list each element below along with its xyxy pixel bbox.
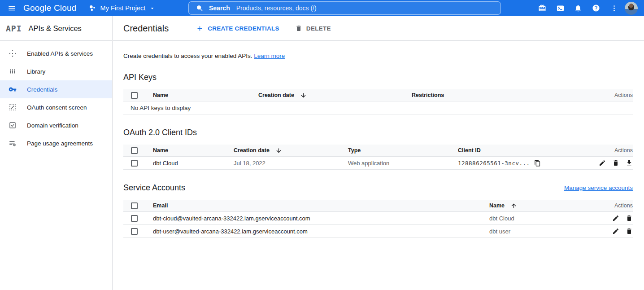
row-checkbox-cell — [123, 160, 153, 167]
select-all-checkbox[interactable] — [131, 202, 138, 209]
column-header-type[interactable]: Type — [348, 147, 458, 154]
delete-icon[interactable] — [625, 215, 633, 222]
search-label: Search — [209, 4, 230, 12]
edit-icon[interactable] — [612, 228, 619, 235]
sidebar-item-enabled-apis[interactable]: Enabled APIs & services — [0, 44, 112, 62]
delete-icon[interactable] — [625, 228, 633, 235]
header-checkbox-cell — [123, 147, 153, 154]
delete-icon[interactable] — [612, 159, 619, 167]
copy-icon[interactable] — [534, 160, 541, 167]
page-title: Credentials — [123, 23, 169, 34]
sidebar: API APIs & Services Enabled APIs & servi… — [0, 16, 113, 290]
sidebar-item-library[interactable]: Library — [0, 62, 112, 80]
sort-descending-icon[interactable] — [300, 92, 307, 99]
row-checkbox[interactable] — [131, 228, 138, 235]
column-header-name-label: Name — [153, 147, 168, 154]
project-name: My First Project — [100, 4, 146, 12]
column-header-creation-date[interactable]: Creation date — [234, 147, 348, 154]
delete-label: DELETE — [306, 25, 331, 32]
column-header-client-id-label: Client ID — [458, 147, 481, 154]
key-icon — [9, 85, 17, 93]
row-checkbox[interactable] — [131, 160, 138, 167]
column-header-type-label: Type — [348, 147, 361, 154]
download-icon[interactable] — [625, 159, 633, 167]
column-header-actions: Actions — [590, 92, 633, 98]
service-accounts-table-header: Email Name Actions — [123, 200, 633, 212]
column-header-client-id[interactable]: Client ID — [458, 147, 590, 154]
create-credentials-button[interactable]: CREATE CREDENTIALS — [196, 25, 279, 32]
row-checkbox[interactable] — [131, 215, 138, 222]
oauth-table-header: Name Creation date Type Client ID Action… — [123, 145, 633, 157]
service-account-email-cell: dbt-cloud@vaulted-arcana-332422.iam.gser… — [153, 215, 489, 222]
more-vertical-icon[interactable] — [605, 0, 623, 16]
notifications-bell-icon[interactable] — [569, 0, 587, 16]
create-credentials-label: CREATE CREDENTIALS — [208, 25, 279, 32]
column-header-actions: Actions — [590, 147, 633, 154]
column-header-creation-date[interactable]: Creation date — [258, 92, 412, 99]
service-accounts-table: Email Name Actions dbt-cloud@vaulted-arc… — [123, 200, 633, 238]
api-keys-empty-text: No API keys to display — [131, 105, 191, 111]
sidebar-nav: Enabled APIs & services Library Credenti… — [0, 41, 112, 152]
chevron-down-icon — [149, 5, 156, 12]
search-input[interactable]: Search Products, resources, docs (/) — [188, 1, 501, 15]
sidebar-item-credentials[interactable]: Credentials — [0, 80, 112, 98]
project-icon — [88, 4, 97, 13]
sidebar-item-label: OAuth consent screen — [27, 104, 87, 111]
column-header-actions: Actions — [604, 202, 633, 209]
learn-more-link[interactable]: Learn more — [254, 53, 285, 59]
cloud-shell-icon[interactable] — [551, 0, 569, 16]
client-id-value: 128886265561-3ncv... — [458, 160, 530, 167]
header-checkbox-cell — [123, 202, 153, 209]
plus-icon — [196, 25, 204, 32]
client-name-cell: dbt Cloud — [153, 160, 234, 167]
api-keys-table-header: Name Creation date Restrictions Actions — [123, 89, 633, 101]
search-placeholder: Products, resources, docs (/) — [236, 4, 317, 12]
domain-verification-icon — [9, 121, 17, 129]
sidebar-item-label: Library — [27, 68, 45, 75]
api-keys-empty-row: No API keys to display — [123, 101, 633, 114]
select-all-checkbox[interactable] — [131, 147, 138, 154]
column-header-name[interactable]: Name — [489, 202, 604, 209]
manage-service-accounts-link[interactable]: Manage service accounts — [564, 185, 633, 191]
edit-icon[interactable] — [598, 159, 606, 167]
sidebar-item-label: Enabled APIs & services — [27, 50, 93, 57]
help-icon[interactable] — [587, 0, 605, 16]
api-keys-section-header: API Keys — [123, 73, 633, 82]
service-account-name-cell: dbt Cloud — [489, 215, 604, 222]
intro-text-body: Create credentials to access your enable… — [123, 53, 252, 59]
column-header-restrictions[interactable]: Restrictions — [412, 92, 590, 98]
google-cloud-logo-text: Google Cloud — [23, 3, 77, 13]
menu-icon[interactable] — [0, 0, 23, 16]
service-account-name-cell: dbt user — [489, 228, 604, 235]
column-header-actions-label: Actions — [614, 147, 633, 154]
api-keys-title: API Keys — [123, 73, 157, 82]
sidebar-item-page-usage-agreements[interactable]: Page usage agreements — [0, 134, 112, 152]
main-content: Credentials CREATE CREDENTIALS DELETE Cr… — [113, 16, 644, 290]
google-cloud-logo[interactable]: Google Cloud — [23, 3, 77, 13]
select-all-checkbox[interactable] — [131, 92, 138, 99]
sidebar-item-domain-verification[interactable]: Domain verification — [0, 116, 112, 134]
column-header-actions-label: Actions — [614, 202, 633, 209]
sort-descending-icon[interactable] — [275, 147, 282, 154]
service-account-email-cell: dbt-user@vaulted-arcana-332422.iam.gserv… — [153, 228, 489, 235]
column-header-name[interactable]: Name — [153, 92, 258, 98]
project-selector[interactable]: My First Project — [88, 4, 156, 13]
column-header-creation-date-label: Creation date — [258, 92, 294, 98]
sort-ascending-icon[interactable] — [510, 202, 517, 209]
oauth-client-row: dbt Cloud Jul 18, 2022 Web application 1… — [123, 157, 633, 170]
app-bar-actions — [533, 0, 641, 16]
oauth-clients-table: Name Creation date Type Client ID Action… — [123, 145, 633, 170]
edit-icon[interactable] — [612, 215, 619, 222]
row-actions — [590, 159, 633, 167]
delete-button[interactable]: DELETE — [295, 25, 331, 32]
sidebar-title: APIs & Services — [29, 24, 82, 33]
row-actions — [604, 215, 633, 222]
column-header-name[interactable]: Name — [153, 147, 234, 154]
column-header-email-label: Email — [153, 202, 168, 209]
gift-icon[interactable] — [533, 0, 551, 16]
sidebar-item-oauth-consent[interactable]: OAuth consent screen — [0, 98, 112, 116]
column-header-email[interactable]: Email — [153, 202, 489, 209]
api-logo: API — [6, 24, 22, 33]
avatar[interactable] — [625, 2, 638, 15]
service-accounts-title: Service Accounts — [123, 183, 185, 193]
